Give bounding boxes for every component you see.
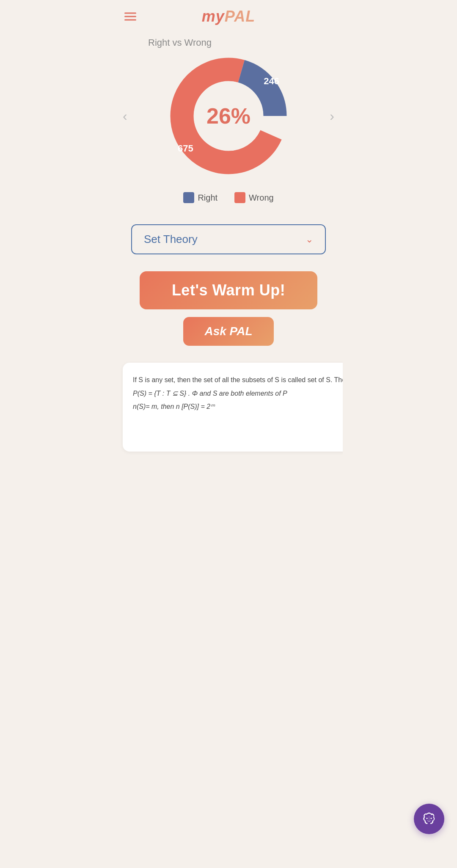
wrong-count-label: 675	[178, 143, 193, 154]
legend-right-color	[183, 192, 194, 203]
right-count-label: 246	[264, 76, 279, 87]
chart-section: Right vs Wrong ‹ 26% 246 675 › Right	[114, 33, 343, 220]
hamburger-line-2	[124, 16, 136, 17]
dropdown-arrow-icon: ⌄	[306, 234, 313, 245]
legend-wrong: Wrong	[234, 192, 274, 203]
prev-arrow[interactable]: ‹	[118, 104, 132, 128]
legend-right-label: Right	[198, 193, 217, 203]
buttons-section: Let's Warm Up! Ask PAL	[114, 263, 343, 354]
card-text: If S is any set, then the set of all the…	[133, 375, 343, 386]
chart-legend: Right Wrong	[183, 192, 273, 203]
chart-title: Right vs Wrong	[148, 37, 212, 48]
legend-wrong-color	[234, 192, 245, 203]
next-arrow[interactable]: ›	[325, 104, 339, 128]
main-content-card: If S is any set, then the set of all the…	[123, 363, 343, 452]
cards-section: If S is any set, then the set of all the…	[114, 354, 343, 460]
dropdown-section: Set Theory ⌄	[114, 220, 343, 259]
card-formula-1: P(S) = {T : T ⊆ S} . Φ and S are both el…	[133, 388, 343, 399]
warm-up-button[interactable]: Let's Warm Up!	[140, 271, 317, 309]
dropdown-selected-label: Set Theory	[144, 233, 198, 246]
donut-chart: 26% 246 675	[165, 52, 292, 179]
hamburger-line-1	[124, 13, 136, 14]
logo-my: my	[202, 8, 225, 25]
donut-center-text: 26%	[206, 103, 251, 129]
dropdown-box[interactable]: Set Theory ⌄	[131, 224, 326, 254]
hamburger-menu[interactable]	[124, 13, 136, 21]
legend-wrong-label: Wrong	[249, 193, 274, 203]
hamburger-line-3	[124, 19, 136, 21]
card-formula-2: n(S)= m, then n [P(S)] = 2ᵐ	[133, 401, 343, 412]
logo-pal: PAL	[225, 8, 255, 25]
legend-right: Right	[183, 192, 217, 203]
chart-wrapper: ‹ 26% 246 675 ›	[114, 52, 343, 179]
header: myPAL	[114, 0, 343, 33]
ask-pal-button[interactable]: Ask PAL	[183, 317, 273, 346]
app-logo: myPAL	[202, 8, 255, 25]
